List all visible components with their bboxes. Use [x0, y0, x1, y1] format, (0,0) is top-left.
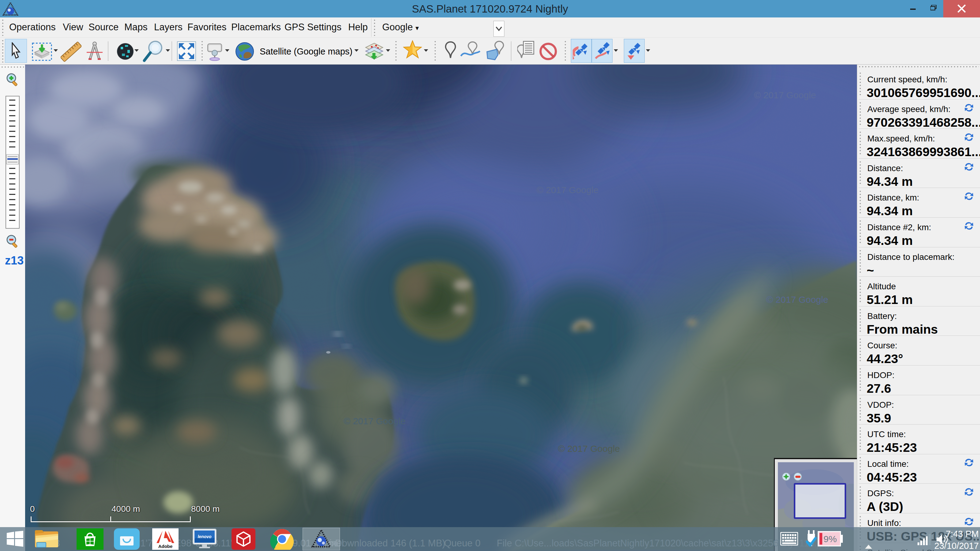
svg-text:lenovo: lenovo — [197, 534, 212, 539]
svg-text:Adobe: Adobe — [158, 544, 173, 549]
